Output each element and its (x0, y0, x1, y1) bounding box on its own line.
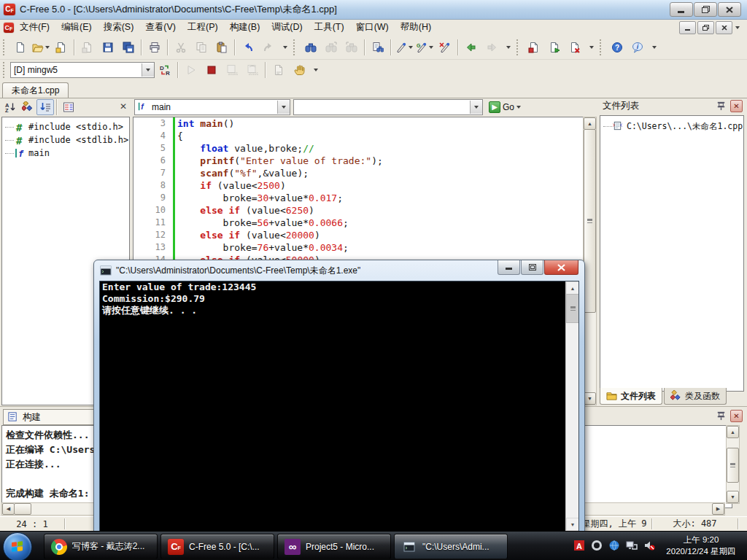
find-in-files-button[interactable] (368, 38, 387, 57)
goto-bookmark-button[interactable]: G (415, 38, 434, 57)
file-panel-close-icon[interactable]: ✕ (730, 100, 743, 112)
sort-by-type-button[interactable] (19, 99, 36, 115)
scrollbar-thumb[interactable] (584, 129, 596, 313)
console-minimize-button[interactable] (498, 260, 520, 275)
new-file-button[interactable] (11, 38, 30, 57)
outline-item[interactable]: ##include <stdlib.h> (2, 133, 129, 147)
close-button[interactable] (718, 2, 741, 17)
console-maximize-button[interactable] (521, 260, 543, 275)
list-view-button[interactable] (36, 99, 54, 115)
toolbar-overflow-icon[interactable] (735, 26, 740, 29)
taskbar-button-visual-studio[interactable]: ∞Project5 - Micro... (277, 534, 391, 559)
find-button[interactable] (301, 38, 320, 57)
maximize-button[interactable] (694, 2, 717, 17)
build-vertical-scrollbar[interactable]: ▲ ▼ (726, 425, 740, 504)
mdi-minimize-button[interactable] (679, 21, 696, 34)
file-list-item[interactable]: C:\Users\...\未命名1.cpp (600, 120, 743, 133)
undo-button[interactable] (239, 38, 258, 57)
print-button[interactable] (145, 38, 164, 57)
menu-f[interactable]: 文件(F) (14, 20, 55, 34)
toolbar-more-icon[interactable] (649, 38, 659, 57)
taskbar-clock[interactable]: 上午 9:20 2020/12/24 星期四 (658, 534, 744, 557)
stop-button[interactable] (202, 61, 221, 79)
scroll-up-icon[interactable]: ▲ (727, 426, 739, 438)
menu-h[interactable]: 帮助(H) (395, 20, 437, 34)
menu-b[interactable]: 构建(B) (224, 20, 266, 34)
pause-button[interactable] (290, 61, 309, 79)
save-button[interactable] (98, 38, 117, 57)
build-config-combo[interactable]: [D] mingw5 (10, 62, 155, 78)
navigate-back-button[interactable] (462, 38, 481, 57)
help-button[interactable]: ? (608, 38, 627, 57)
minimize-button[interactable] (670, 2, 693, 17)
taskbar-button-chrome[interactable]: 写博客 - 戴志涛2... (44, 534, 158, 559)
toggle-bookmark-button[interactable] (395, 38, 414, 57)
mdi-restore-button[interactable] (697, 21, 714, 34)
paste-button[interactable] (212, 38, 231, 57)
mdi-close-button[interactable] (716, 21, 732, 34)
clear-bookmarks-button[interactable] (436, 38, 454, 57)
sort-alphabetic-button[interactable]: AZ (1, 99, 19, 115)
scroll-up-icon[interactable]: ▲ (566, 281, 579, 295)
compile-button[interactable] (525, 38, 543, 57)
combo-dropdown-icon[interactable] (277, 101, 290, 114)
console-close-button[interactable] (544, 260, 578, 275)
taskbar-button-console[interactable]: "C:\Users\Admi... (394, 534, 508, 559)
menu-w[interactable]: 窗口(W) (350, 20, 395, 34)
details-view-button[interactable] (60, 99, 77, 115)
toolbar-drag-handle[interactable] (3, 39, 7, 55)
toolbar-more-icon[interactable] (586, 38, 596, 57)
combo-dropdown-icon[interactable] (470, 101, 482, 114)
toolbar-more-icon[interactable] (310, 61, 320, 79)
function-combo[interactable]: f main (134, 99, 290, 115)
combo-dropdown-icon[interactable] (142, 63, 154, 77)
console-screen[interactable]: Enter value of trade:123445Commission:$2… (99, 281, 579, 532)
scrollbar-thumb[interactable] (727, 448, 739, 483)
tab-document[interactable]: 未命名1.cpp (2, 82, 69, 98)
title-bar[interactable]: CF C-Free 5.0 - [C:\Users\Administrator\… (0, 0, 747, 20)
network-tray-icon[interactable] (625, 539, 638, 551)
menu-p[interactable]: 工程(P) (182, 20, 224, 34)
scroll-down-icon[interactable]: ▼ (584, 392, 596, 405)
globe-tray-icon[interactable] (608, 539, 620, 551)
console-title-bar[interactable]: "C:\Users\Administrator\Documents\C-Free… (94, 260, 584, 281)
toolbar-drag-handle[interactable] (600, 39, 604, 55)
build-panel-close-icon[interactable]: ✕ (730, 410, 743, 422)
scroll-left-icon[interactable]: ◀ (2, 503, 15, 515)
outline-item[interactable]: ##include <stdio.h> (2, 120, 129, 133)
scroll-down-icon[interactable]: ▼ (727, 491, 739, 503)
toolbar-drag-handle[interactable] (293, 39, 298, 55)
outline-item[interactable]: fmain (2, 147, 129, 160)
start-button[interactable] (3, 532, 32, 560)
about-button[interactable]: i (628, 38, 647, 57)
switch-config-button[interactable]: DR (155, 61, 174, 79)
tab-file-list[interactable]: 文件列表 (600, 388, 662, 405)
pin-icon[interactable] (716, 100, 727, 112)
save-all-button[interactable] (119, 38, 138, 57)
search-combo[interactable] (293, 99, 483, 115)
pin-icon[interactable] (716, 410, 727, 421)
scroll-right-icon[interactable]: ▶ (712, 503, 724, 515)
toolbar-drag-handle[interactable] (3, 62, 7, 78)
taskbar-button-cfree[interactable]: CFC-Free 5.0 - [C:\... (160, 534, 274, 559)
menu-e[interactable]: 编辑(E) (55, 20, 98, 34)
scrollbar-thumb[interactable] (14, 503, 31, 515)
menu-d[interactable]: 调试(D) (266, 20, 308, 34)
console-scrollbar[interactable]: ▲ ▼ (565, 281, 578, 531)
tab-classes-functions[interactable]: 类及函数 (664, 388, 727, 405)
menu-v[interactable]: 查看(V) (139, 20, 182, 34)
menu-s[interactable]: 搜索(S) (98, 20, 140, 34)
volume-muted-tray-icon[interactable] (643, 539, 655, 551)
toolbar-more-icon[interactable] (279, 38, 290, 57)
tab-build-output[interactable]: 构建 (3, 409, 99, 425)
adobe-tray-icon[interactable]: A (573, 539, 585, 551)
open-file-button[interactable] (31, 38, 50, 57)
scroll-up-icon[interactable]: ▲ (584, 117, 596, 130)
scroll-down-icon[interactable]: ▼ (566, 518, 579, 531)
go-button[interactable]: ▶ Go (486, 99, 524, 115)
scrollbar-thumb[interactable] (566, 294, 579, 323)
ring-tray-icon[interactable] (590, 539, 603, 551)
toolbar-more-icon[interactable] (503, 38, 513, 57)
new-from-template-button[interactable] (52, 38, 71, 57)
file-list-tree[interactable]: C:\Users\...\未命名1.cpp (600, 115, 744, 392)
